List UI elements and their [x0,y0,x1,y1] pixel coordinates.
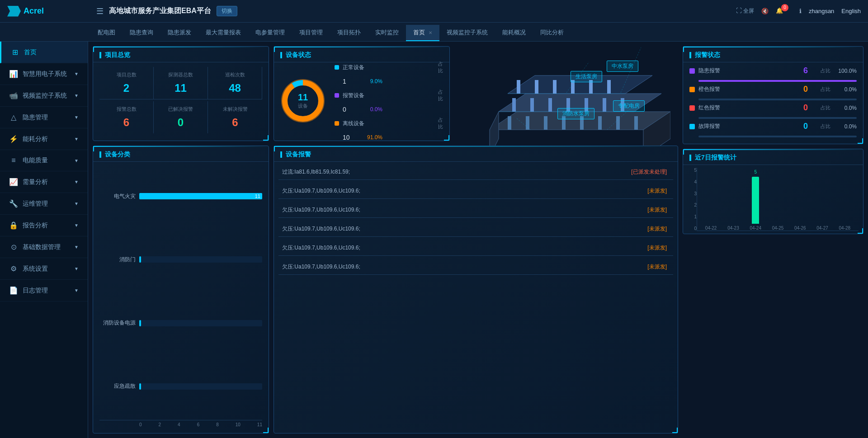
warning-icon: △ [9,113,18,122]
alarm-bar-fill-隐患报警 [698,80,857,82]
tab-视频监控子系统[interactable]: 视频监控子系统 [439,25,495,41]
stat-value-探测器总数: 11 [175,82,187,94]
alarm-status-3: [未派发] [645,224,670,234]
sidebar-item-首页[interactable]: ⊞ 首页 [0,42,88,63]
bar-col-04-24: 5 04-24 [745,177,766,231]
stat-巡检次数: 巡检次数 48 [208,67,262,99]
sidebar-item-视频监控子系统[interactable]: 📹 视频监控子系统 ▼ [0,85,88,107]
tab-close-首页[interactable]: ✕ [429,30,432,35]
sidebar-item-日志管理[interactable]: 📄 日志管理 ▼ [0,280,88,301]
legend-count-正常设备: 1 [343,78,356,85]
alarm-pct-橙色报警: 0.0% [834,86,857,93]
alarm-count-隐患报警: 6 [803,66,817,75]
alarm-count-红色报警: 0 [803,103,817,113]
electric-icon: 📊 [9,70,18,78]
alarm-body: 隐患报警 6 占比 100.0% [683,62,863,144]
sidebar-item-系统设置[interactable]: ⚙ 系统设置 ▼ [0,258,88,280]
cat-bar-fill-应急疏散 [139,383,141,390]
cat-row-消防设备电源: 消防设备电源 [99,293,262,353]
menu-toggle[interactable]: ☰ [96,6,104,16]
main-layout: ⊞ 首页 📊 智慧用电子系统 ▼ 📹 视频监控子系统 ▼ △ 隐患管理 ▼ ⚡ … [0,42,868,438]
building-label-中水泵房[interactable]: 中水泵房 [607,61,638,72]
cat-row-应急疏散: 应急疏散 [99,357,262,416]
device-legend: 正常设备 占比 1 9.0% 报警设备 占比 [335,61,443,141]
alarm-desc-3: 欠压:Ua109.7,Ub109.6,Uc109.6; [282,225,645,233]
alarm-dot-隐患报警 [689,68,695,74]
y-label-3: 3 [688,191,697,196]
sidebar-label-报告分析: 报告分析 [23,221,48,230]
sidebar-item-电能质量[interactable]: ≡ 电能质量 ▼ [0,150,88,171]
x-label-04-27: 04-27 [816,226,828,231]
info-icon[interactable]: ℹ [799,8,802,14]
legend-dot-离线设备 [335,121,339,126]
legend-name-正常设备: 正常设备 [343,64,430,71]
chevron-down-icon-8: ▼ [74,223,79,228]
cat-name-应急疏散: 应急疏散 [99,382,136,390]
x-tick-6: 6 [197,422,200,427]
legend-row-报警设备: 报警设备 占比 [335,89,443,102]
volume-icon[interactable]: 🔇 [761,8,769,14]
chevron-down-icon-4: ▼ [74,137,79,141]
tab-实时监控[interactable]: 实时监控 [368,25,406,41]
sidebar-item-智慧用电子系统[interactable]: 📊 智慧用电子系统 ▼ [0,63,88,85]
sidebar-item-能耗分析[interactable]: ⚡ 能耗分析 ▼ [0,128,88,150]
language[interactable]: English [841,8,861,14]
top-row: 项目总览 项目总数 2 探测器总数 11 巡检次数 48 [93,46,863,141]
svg-rect-17 [512,98,516,112]
tab-能耗概况[interactable]: 能耗概况 [495,25,533,41]
top-title: 高地城市服务产业集团EBA平台 [109,6,211,16]
sidebar-item-隐患管理[interactable]: △ 隐患管理 ▼ [0,107,88,128]
alarm-item-4: 欠压:Ua109.7,Ub109.6,Uc109.6; [未派发] [278,240,673,256]
svg-rect-16 [634,116,638,130]
stat-探测器总数: 探测器总数 11 [154,67,208,99]
top-right: ⛶ 全屏 🔇 🔔 0 ℹ zhangsan English [736,7,861,15]
sidebar-label-电能质量: 电能质量 [23,156,48,165]
tab-项目拓扑[interactable]: 项目拓扑 [330,25,368,41]
device-alarm-panel: 设备报警 过流:Ia81.6,Ib81.59,Ic81.59; [已派发未处理]… [274,146,678,433]
sidebar-label-日志管理: 日志管理 [23,287,48,295]
legend-name-报警设备: 报警设备 [343,92,430,99]
alarm-pct-红色报警: 0.0% [834,105,857,111]
stat-label-巡检次数: 巡检次数 [225,71,245,78]
building-label-专配电房[interactable]: 专配电房 [613,100,645,112]
building-label-消防水泵房[interactable]: 消防水泵房 [557,108,594,119]
building-label-生活泵房[interactable]: 生活泵房 [571,71,602,82]
tab-同比分析[interactable]: 同比分析 [533,25,571,41]
svg-rect-10 [526,116,529,130]
tab-首页[interactable]: 首页 ✕ [406,25,439,41]
notification-area[interactable]: 🔔 0 [776,7,792,15]
legend-row-正常设备: 正常设备 占比 [335,61,443,74]
x-tick-8: 8 [216,422,219,427]
tab-最大需量报表[interactable]: 最大需量报表 [198,25,248,41]
legend-count-报警设备: 0 [343,106,356,113]
chevron-down-icon-10: ▼ [74,266,79,271]
sidebar-item-运维管理[interactable]: 🔧 运维管理 ▼ [0,193,88,215]
sidebar-label-需量分析: 需量分析 [23,178,48,186]
tab-配电图[interactable]: 配电图 [90,25,123,41]
tab-隐患查询[interactable]: 隐患查询 [123,25,160,41]
bar-col-04-26: 04-26 [790,224,810,231]
chevron-down-icon-2: ▼ [74,93,79,98]
alarm-item-0: 过流:Ia81.6,Ib81.59,Ic81.59; [已派发未处理] [278,165,673,180]
tab-项目管理[interactable]: 项目管理 [292,25,330,41]
legend-pct-label-正常设备: 占比 [434,61,443,74]
chart-7days-panel: 近7日报警统计 5 4 3 2 1 0 [683,149,863,234]
database-icon: ⊙ [9,243,18,251]
alarm-bar-橙色报警 [698,99,857,100]
svg-rect-22 [603,98,606,112]
alarm-status-5: [未派发] [645,262,670,272]
bar-col-04-27: 04-27 [812,224,832,231]
stat-已解决报警: 已解决报警 0 [154,101,208,133]
alarm-name-故障报警: 故障报警 [698,122,800,130]
tab-电参量管理[interactable]: 电参量管理 [248,25,292,41]
fullscreen-icon[interactable]: ⛶ 全屏 [736,7,755,15]
cat-row-消防门: 消防门 [99,230,262,289]
switch-button[interactable]: 切换 [217,6,237,16]
sidebar-item-基础数据管理[interactable]: ⊙ 基础数据管理 ▼ [0,236,88,258]
device-status-title: 设备状态 [274,47,449,62]
tab-隐患派发[interactable]: 隐患派发 [160,25,198,41]
sidebar-item-需量分析[interactable]: 📈 需量分析 ▼ [0,171,88,193]
legend-count-离线设备: 10 [343,134,356,141]
sidebar-item-报告分析[interactable]: 🔒 报告分析 ▼ [0,215,88,236]
alarm-status-2: [未派发] [645,205,670,215]
